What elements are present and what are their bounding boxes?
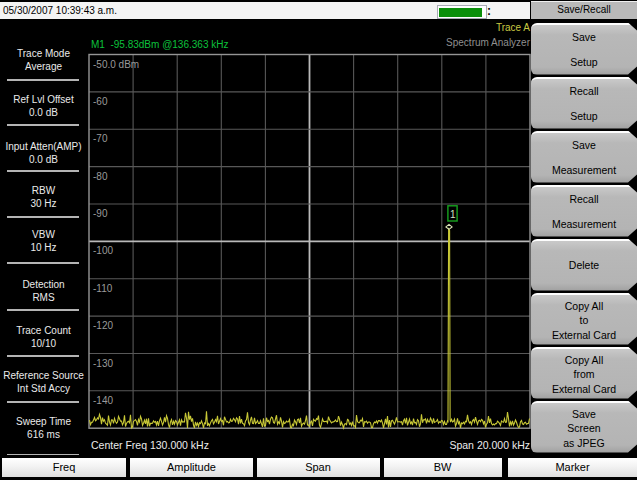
svg-text:-80: -80	[93, 171, 108, 182]
svg-text:-100: -100	[93, 245, 113, 256]
svg-text:1: 1	[450, 209, 456, 220]
svg-text:-140: -140	[93, 395, 113, 406]
svg-text:-70: -70	[93, 133, 108, 144]
svg-text:-130: -130	[93, 358, 113, 369]
svg-text:-120: -120	[93, 320, 113, 331]
svg-text:-50.0 dBm: -50.0 dBm	[93, 59, 139, 70]
svg-text:-90: -90	[93, 208, 108, 219]
svg-text:-60: -60	[93, 96, 108, 107]
svg-text:-110: -110	[93, 283, 113, 294]
